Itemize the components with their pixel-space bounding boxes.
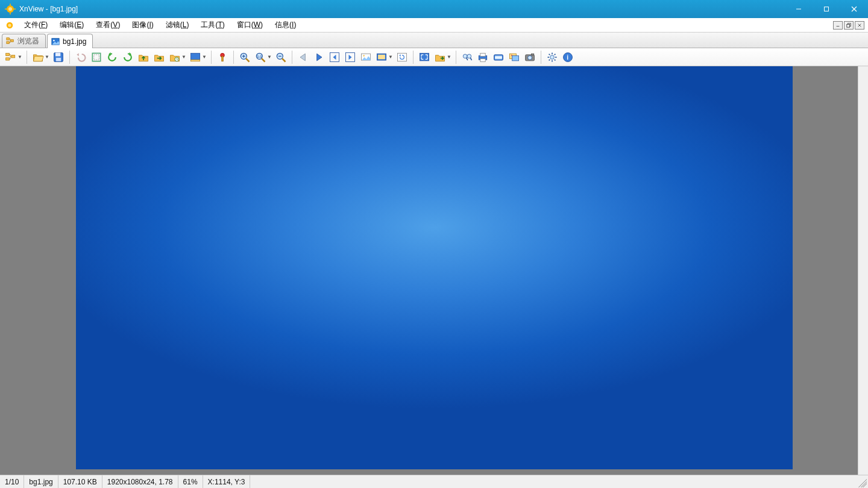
svg-line-55 [467,57,468,60]
svg-rect-18 [7,42,9,44]
refresh-button[interactable] [395,49,409,65]
last-page-button[interactable] [343,49,357,65]
svg-point-1 [8,7,12,11]
maximize-button[interactable] [813,0,840,18]
svg-point-65 [511,54,512,55]
svg-rect-64 [512,55,519,60]
toolbar-separator [413,51,414,64]
chevron-down-icon: ▼ [17,54,22,60]
zoom-actual-button[interactable]: 1:1▼ [253,49,272,65]
svg-rect-68 [532,54,534,55]
crop-button[interactable] [89,49,104,65]
menu-file[interactable]: 文件(F) [18,19,54,31]
browse-button[interactable]: ▼ [4,49,23,65]
svg-point-54 [467,54,471,58]
resize-grip-icon[interactable] [856,477,867,487]
folder-up-button[interactable] [136,49,151,65]
toolbar-separator [211,51,212,64]
folder-recent-button[interactable]: ▼ [168,49,187,65]
app-icon [5,4,16,14]
status-coords: X:1114, Y:3 [203,475,251,488]
scan-button[interactable] [491,49,506,65]
tab-browser[interactable]: 浏览器 [2,34,46,48]
menu-image[interactable]: 图像(I) [126,19,159,31]
chevron-down-icon: ▼ [181,54,186,60]
undo-button[interactable] [74,49,88,65]
zoom-out-button[interactable] [274,49,288,65]
mdi-minimize-button[interactable] [833,21,843,30]
toolbar-separator [69,51,70,64]
svg-line-75 [555,59,556,60]
svg-rect-24 [11,55,15,57]
svg-rect-34 [222,56,224,61]
svg-line-76 [549,59,550,60]
tab-browser-label: 浏览器 [17,36,39,46]
capture-button[interactable] [523,49,537,65]
rotate-right-button[interactable] [121,49,135,65]
open-with-button[interactable]: ▼ [433,49,452,65]
about-button[interactable]: i [561,49,575,65]
svg-rect-50 [378,54,385,59]
svg-point-11 [8,23,11,27]
folder-forward-button[interactable] [152,49,166,65]
svg-point-48 [363,55,365,57]
svg-point-67 [528,55,532,60]
menu-info[interactable]: 信息(I) [269,19,302,31]
status-dimensions: 1920x1080x24, 1.78 [102,475,178,488]
close-button[interactable] [840,0,868,18]
menu-tools[interactable]: 工具(T) [195,19,230,31]
mdi-restore-button[interactable] [844,21,854,30]
menu-filter[interactable]: 滤镜(L) [160,19,195,31]
tag-button[interactable] [215,49,230,65]
tab-image[interactable]: bg1.jpg [47,34,93,48]
save-button[interactable] [51,49,66,65]
vertical-scrollbar[interactable] [858,66,868,475]
convert-button[interactable] [507,49,521,65]
image-icon [51,37,60,46]
svg-text:1:1: 1:1 [257,54,262,58]
svg-rect-51 [398,53,407,61]
tab-strip: 浏览器 bg1.jpg [0,33,868,48]
open-button[interactable]: ▼ [31,49,50,65]
svg-rect-17 [7,38,9,40]
svg-rect-29 [94,54,99,59]
svg-rect-26 [55,52,60,56]
title-bar[interactable]: XnView - [bg1.jpg] [0,0,868,18]
svg-line-77 [555,54,556,55]
chevron-down-icon: ▼ [388,54,392,60]
tab-image-label: bg1.jpg [63,37,86,46]
print-button[interactable] [476,49,490,65]
first-page-button[interactable] [327,49,342,65]
menu-edit[interactable]: 编辑(E) [54,19,90,31]
image-view[interactable] [76,66,793,469]
rotate-left-button[interactable] [105,49,119,65]
chevron-down-icon: ▼ [267,54,271,60]
chevron-down-icon: ▼ [202,54,206,60]
tree-icon [6,37,14,45]
previous-button[interactable] [296,49,310,65]
title-text: XnView - [bg1.jpg] [19,5,78,13]
fullscreen-button[interactable] [417,49,432,65]
svg-rect-59 [480,58,485,61]
toolbar: ▼ ▼ ▼ ▼ 1:1▼ ▼ [0,48,868,66]
minimize-button[interactable] [785,0,813,18]
settings-button[interactable] [545,49,559,65]
svg-rect-27 [56,57,61,61]
slideshow-button[interactable]: ▼ [374,49,394,65]
svg-rect-28 [92,53,100,61]
mdi-close-button[interactable] [855,21,864,30]
view-mode-button[interactable]: ▼ [188,49,207,65]
svg-line-43 [282,58,285,61]
svg-text:i: i [567,54,568,61]
quick-slideshow-button[interactable] [359,49,373,65]
svg-rect-58 [480,53,485,56]
toolbar-separator [233,51,234,64]
svg-rect-22 [6,53,10,55]
menu-window[interactable]: 窗口(W) [231,19,269,31]
image-canvas-area[interactable] [0,66,868,475]
search-button[interactable] [460,49,474,65]
zoom-in-button[interactable] [237,49,252,65]
next-button[interactable] [312,49,326,65]
menu-view[interactable]: 查看(V) [90,19,126,31]
status-filesize: 107.10 KB [58,475,102,488]
